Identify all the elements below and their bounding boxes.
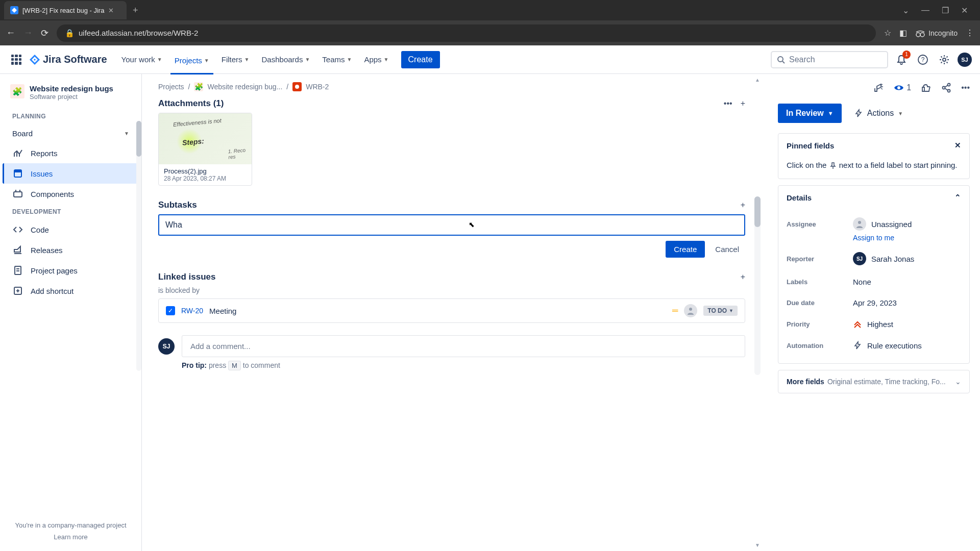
- content: Projects / 🧩 Website redesign bug... / W…: [142, 74, 980, 551]
- reload-icon[interactable]: ⟳: [41, 28, 48, 39]
- task-icon: ✓: [166, 306, 175, 315]
- forward-icon[interactable]: →: [23, 28, 33, 39]
- bookmark-icon[interactable]: ☆: [884, 28, 891, 38]
- attachment-name: Process(2).jpg: [164, 167, 247, 175]
- field-labels[interactable]: Labels None: [787, 271, 961, 292]
- nav-your-work[interactable]: Your work▼: [117, 52, 166, 67]
- code-icon: [12, 224, 23, 235]
- sidebar-scrollbar-thumb[interactable]: [136, 121, 141, 157]
- nav-projects[interactable]: Projects▼: [170, 53, 213, 74]
- incognito-badge[interactable]: Incognito: [915, 28, 958, 38]
- linked-issue-key[interactable]: RW-20: [181, 307, 203, 315]
- share-icon[interactable]: [941, 82, 952, 93]
- extensions-icon[interactable]: ◧: [899, 28, 907, 38]
- create-button[interactable]: Create: [401, 51, 440, 68]
- sidebar-item-code[interactable]: Code: [4, 219, 137, 240]
- field-priority[interactable]: Priority Highest: [787, 313, 961, 335]
- sidebar-item-add-shortcut[interactable]: Add shortcut: [4, 281, 137, 301]
- subtask-create-button[interactable]: Create: [666, 241, 705, 258]
- comment-input[interactable]: Add a comment...: [182, 335, 745, 357]
- close-pinned-icon[interactable]: ✕: [954, 141, 961, 150]
- details-panel: Details ⌃ Assignee Unassigned Assign to …: [778, 185, 970, 364]
- incognito-icon: [915, 28, 925, 38]
- maximize-icon[interactable]: ❐: [942, 6, 949, 15]
- vote-icon[interactable]: [920, 82, 932, 93]
- learn-more-link[interactable]: Learn more: [10, 533, 131, 541]
- eye-icon: [893, 82, 904, 93]
- help-button[interactable]: ?: [915, 52, 931, 68]
- nav-apps[interactable]: Apps▼: [360, 52, 393, 67]
- breadcrumb-key[interactable]: WRB-2: [306, 83, 329, 91]
- close-window-icon[interactable]: ✕: [961, 6, 968, 15]
- actions-dropdown[interactable]: Actions▼: [848, 104, 909, 123]
- field-automation[interactable]: Automation Rule executions: [787, 335, 961, 356]
- project-icon: 🧩: [10, 84, 24, 98]
- nav-filters[interactable]: Filters▼: [217, 52, 254, 67]
- linked-assignee-icon: [684, 304, 697, 317]
- app-switcher[interactable]: [8, 52, 24, 68]
- sidebar-item-components[interactable]: Components: [4, 184, 137, 204]
- sidebar-item-board[interactable]: Board ▼: [4, 124, 137, 143]
- notification-badge: 1: [902, 51, 911, 59]
- issue-actions: 1 •••: [778, 82, 970, 93]
- nav-teams[interactable]: Teams▼: [318, 52, 356, 67]
- reporter-avatar: SJ: [853, 252, 866, 265]
- priority-highest-icon: [853, 319, 862, 329]
- sidebar-footer: You're in a company-managed project Lear…: [4, 515, 137, 547]
- subtasks-add-icon[interactable]: +: [741, 201, 745, 210]
- gear-icon: [939, 54, 950, 65]
- more-fields-panel[interactable]: More fieldsOriginal estimate, Time track…: [778, 370, 970, 393]
- sidebar-item-project-pages[interactable]: Project pages: [4, 260, 137, 281]
- field-due-date[interactable]: Due date Apr 29, 2023: [787, 292, 961, 313]
- feedback-icon[interactable]: [873, 82, 884, 93]
- status-dropdown[interactable]: In Review▼: [778, 104, 842, 123]
- linked-add-icon[interactable]: +: [741, 272, 745, 282]
- assign-to-me-link[interactable]: Assign to me: [853, 234, 961, 242]
- svg-point-20: [689, 308, 692, 311]
- project-header[interactable]: 🧩 Website redesign bugs Software project: [4, 84, 137, 109]
- back-icon[interactable]: ←: [6, 28, 15, 39]
- svg-point-19: [295, 85, 299, 89]
- attachments-add-icon[interactable]: +: [741, 99, 745, 108]
- browser-tab[interactable]: [WRB-2] Fix react bug - Jira ✕: [4, 1, 127, 19]
- close-icon[interactable]: ✕: [108, 7, 114, 14]
- project-type: Software project: [30, 93, 113, 101]
- more-actions-icon[interactable]: •••: [961, 83, 970, 92]
- attachment-card[interactable]: Effectiveness is not Steps: 1. Recores P…: [158, 113, 252, 186]
- minimize-icon[interactable]: ―: [921, 6, 929, 15]
- details-header[interactable]: Details ⌃: [778, 186, 969, 209]
- chevron-down-icon: ⌄: [955, 378, 961, 386]
- svg-point-6: [943, 58, 946, 61]
- subtask-input[interactable]: [158, 214, 745, 236]
- sidebar-item-reports[interactable]: Reports: [4, 143, 137, 163]
- sidebar-item-issues[interactable]: Issues: [3, 163, 137, 184]
- breadcrumb-projects[interactable]: Projects: [158, 83, 184, 91]
- attachments-more-icon[interactable]: •••: [724, 99, 732, 108]
- scroll-up-icon[interactable]: ▲: [754, 77, 761, 83]
- attachments-title: Attachments (1): [158, 98, 224, 109]
- tabs-dropdown-icon[interactable]: ⌄: [902, 6, 909, 15]
- breadcrumb-project[interactable]: Website redesign bug...: [207, 83, 282, 91]
- linked-status[interactable]: TO DO▼: [703, 306, 738, 316]
- field-assignee[interactable]: Assignee Unassigned: [787, 211, 961, 237]
- field-reporter[interactable]: Reporter SJ Sarah Jonas: [787, 246, 961, 271]
- scroll-down-icon[interactable]: ▼: [754, 542, 761, 548]
- jira-logo[interactable]: Jira Software: [29, 54, 107, 66]
- new-tab-button[interactable]: +: [131, 5, 140, 16]
- section-planning: PLANNING: [4, 109, 137, 124]
- nav-dashboards[interactable]: Dashboards▼: [258, 52, 314, 67]
- bug-icon: [292, 82, 302, 91]
- scrollbar-thumb[interactable]: [754, 196, 761, 227]
- linked-issue-card[interactable]: ✓ RW-20 Meeting ═ TO DO▼: [158, 298, 745, 323]
- notifications-button[interactable]: 1: [893, 52, 910, 68]
- search-input[interactable]: Search: [771, 51, 888, 68]
- settings-button[interactable]: [936, 52, 952, 68]
- menu-icon[interactable]: ⋮: [966, 28, 974, 38]
- sidebar-item-releases[interactable]: Releases: [4, 240, 137, 260]
- svg-line-3: [782, 61, 785, 63]
- attachment-thumbnail: Effectiveness is not Steps: 1. Recores: [159, 113, 252, 164]
- user-avatar[interactable]: SJ: [958, 53, 972, 67]
- watch-button[interactable]: 1: [893, 82, 911, 93]
- subtask-cancel-button[interactable]: Cancel: [709, 241, 745, 258]
- url-input[interactable]: 🔒 uifeed.atlassian.net/browse/WRB-2: [57, 24, 876, 42]
